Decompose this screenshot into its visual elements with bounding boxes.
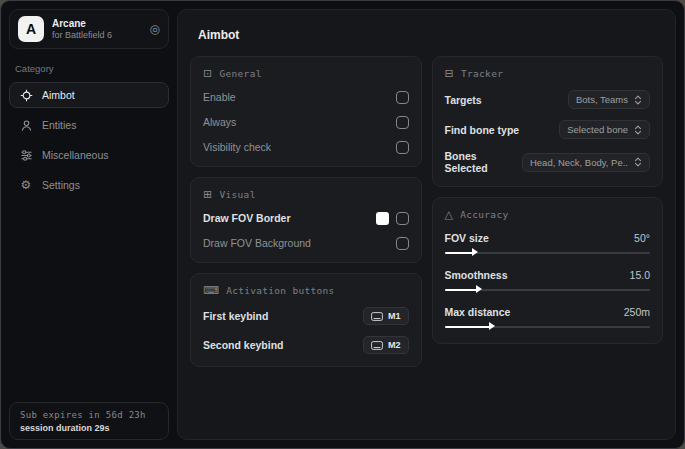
setting-row-enable: Enable bbox=[203, 90, 409, 104]
sidebar-item-aimbot[interactable]: Aimbot bbox=[9, 82, 169, 108]
app-header-card: A Arcane for Battlefield 6 ◎ bbox=[9, 9, 169, 49]
setting-label: Find bone type bbox=[445, 124, 520, 136]
draw-fov-border-checkbox[interactable] bbox=[396, 212, 409, 225]
setting-label: FOV size bbox=[445, 232, 489, 244]
enable-checkbox[interactable] bbox=[396, 91, 409, 104]
keyboard-icon bbox=[371, 312, 383, 321]
card-tracker: ⊟ Tracker Targets Bots, Teams Fin bbox=[432, 56, 664, 187]
app-logo: A bbox=[18, 16, 44, 42]
person-icon bbox=[19, 119, 33, 132]
max-distance-slider[interactable] bbox=[445, 323, 651, 331]
setting-row-draw-fov-background: Draw FOV Background bbox=[203, 236, 409, 250]
card-visual: ⊞ Visual Draw FOV Border Draw FOV Backgr… bbox=[190, 177, 422, 263]
squared-minus-icon: ⊟ bbox=[445, 68, 455, 79]
sub-expiry-text: Sub expires in 56d 23h bbox=[20, 410, 158, 420]
sidebar-item-miscellaneous[interactable]: Miscellaneous bbox=[9, 142, 169, 168]
setting-row-always: Always bbox=[203, 115, 409, 129]
chevron-updown-icon bbox=[634, 157, 642, 167]
setting-row-find-bone-type: Find bone type Selected bone bbox=[445, 120, 651, 139]
card-accuracy: △ Accuracy FOV size 50° bbox=[432, 197, 664, 344]
smoothness-slider[interactable] bbox=[445, 286, 651, 294]
slider-value: 15.0 bbox=[630, 269, 650, 281]
sidebar-item-settings[interactable]: ⚙ Settings bbox=[9, 172, 169, 198]
keybind-value: M2 bbox=[388, 340, 401, 350]
setting-label: Bones Selected bbox=[445, 150, 522, 174]
second-keybind-button[interactable]: M2 bbox=[363, 336, 409, 354]
right-column: ⊟ Tracker Targets Bots, Teams Fin bbox=[432, 56, 664, 367]
sidebar-nav: Aimbot Entities bbox=[9, 82, 169, 198]
setting-row-draw-fov-border: Draw FOV Border bbox=[203, 211, 409, 225]
card-title: General bbox=[220, 68, 262, 79]
always-checkbox[interactable] bbox=[396, 116, 409, 129]
bones-selected-select[interactable]: Head, Neck, Body, Pe.. bbox=[522, 153, 650, 172]
setting-row-second-keybind: Second keybind M2 bbox=[203, 336, 409, 354]
keyboard-icon bbox=[371, 341, 383, 350]
sidebar: A Arcane for Battlefield 6 ◎ Category Ai… bbox=[1, 1, 177, 448]
chevron-updown-icon bbox=[634, 125, 642, 135]
select-value: Head, Neck, Body, Pe.. bbox=[530, 157, 628, 168]
setting-label: Always bbox=[203, 116, 236, 128]
setting-label: Max distance bbox=[445, 306, 511, 318]
setting-label: Enable bbox=[203, 91, 236, 103]
slider-value: 50° bbox=[634, 232, 650, 244]
frame-icon: ⊡ bbox=[203, 68, 213, 79]
setting-label: Visibility check bbox=[203, 141, 271, 153]
draw-fov-background-checkbox[interactable] bbox=[396, 237, 409, 250]
crosshair-icon bbox=[19, 89, 33, 102]
chevron-updown-icon bbox=[634, 95, 642, 105]
setting-label: Targets bbox=[445, 94, 482, 106]
fov-border-color-swatch[interactable] bbox=[376, 212, 389, 225]
sidebar-item-label: Settings bbox=[42, 179, 80, 191]
setting-row-smoothness: Smoothness 15.0 bbox=[445, 269, 651, 294]
card-title: Tracker bbox=[461, 68, 503, 79]
session-duration-text: session duration 29s bbox=[20, 423, 158, 433]
setting-label: Draw FOV Background bbox=[203, 237, 311, 249]
setting-row-fov-size: FOV size 50° bbox=[445, 232, 651, 257]
setting-label: First keybind bbox=[203, 310, 268, 322]
visibility-check-checkbox[interactable] bbox=[396, 141, 409, 154]
find-bone-type-select[interactable]: Selected bone bbox=[559, 120, 650, 139]
setting-row-max-distance: Max distance 250m bbox=[445, 306, 651, 331]
targets-select[interactable]: Bots, Teams bbox=[568, 90, 650, 109]
setting-label: Smoothness bbox=[445, 269, 508, 281]
card-general: ⊡ General Enable Always Visibility check bbox=[190, 56, 422, 167]
fov-size-slider[interactable] bbox=[445, 249, 651, 257]
subscription-card: Sub expires in 56d 23h session duration … bbox=[9, 402, 169, 440]
app-subtitle: for Battlefield 6 bbox=[52, 30, 142, 40]
triangle-icon: △ bbox=[445, 209, 454, 220]
sliders-icon bbox=[19, 149, 33, 162]
sidebar-item-label: Miscellaneous bbox=[42, 149, 109, 161]
slider-thumb[interactable] bbox=[489, 322, 495, 330]
setting-label: Second keybind bbox=[203, 339, 284, 351]
setting-row-bones-selected: Bones Selected Head, Neck, Body, Pe.. bbox=[445, 150, 651, 174]
card-title: Accuracy bbox=[460, 209, 508, 220]
main-panel: Aimbot ⊡ General Enable Always bbox=[177, 9, 676, 440]
arcane-window: A Arcane for Battlefield 6 ◎ Category Ai… bbox=[0, 0, 685, 449]
setting-row-visibility-check: Visibility check bbox=[203, 140, 409, 154]
category-label: Category bbox=[15, 63, 169, 74]
select-value: Selected bone bbox=[567, 124, 628, 135]
app-name: Arcane bbox=[52, 18, 142, 30]
setting-label: Draw FOV Border bbox=[203, 212, 291, 224]
slider-thumb[interactable] bbox=[476, 285, 482, 293]
first-keybind-button[interactable]: M1 bbox=[363, 307, 409, 325]
card-activation-buttons: ⌨ Activation buttons First keybind M1 bbox=[190, 273, 422, 367]
target-icon[interactable]: ◎ bbox=[150, 22, 160, 36]
keyboard-icon: ⌨ bbox=[203, 285, 219, 296]
setting-row-first-keybind: First keybind M1 bbox=[203, 307, 409, 325]
squared-plus-icon: ⊞ bbox=[203, 189, 213, 200]
page-title: Aimbot bbox=[198, 28, 664, 42]
card-title: Activation buttons bbox=[226, 285, 334, 296]
setting-row-targets: Targets Bots, Teams bbox=[445, 90, 651, 109]
select-value: Bots, Teams bbox=[576, 94, 628, 105]
gear-icon: ⚙ bbox=[19, 179, 33, 191]
left-column: ⊡ General Enable Always Visibility check bbox=[190, 56, 422, 367]
sidebar-item-label: Aimbot bbox=[42, 89, 75, 101]
sidebar-item-label: Entities bbox=[42, 119, 76, 131]
card-title: Visual bbox=[220, 189, 256, 200]
slider-value: 250m bbox=[624, 306, 650, 318]
keybind-value: M1 bbox=[388, 311, 401, 321]
sidebar-item-entities[interactable]: Entities bbox=[9, 112, 169, 138]
slider-thumb[interactable] bbox=[472, 248, 478, 256]
